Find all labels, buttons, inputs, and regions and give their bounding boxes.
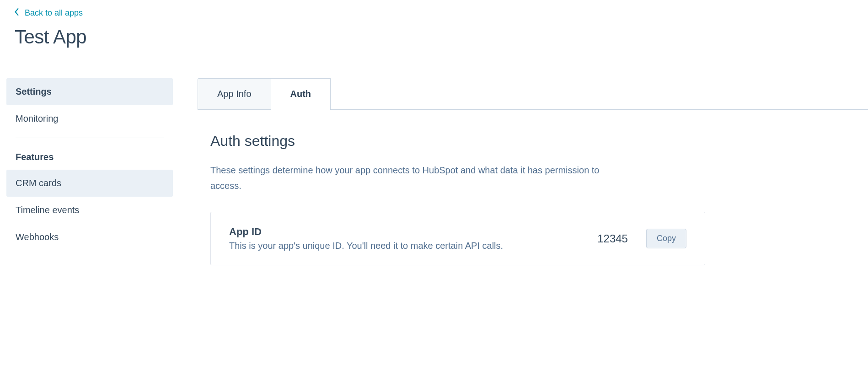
copy-button-label: Copy [657, 234, 676, 243]
back-link-label: Back to all apps [25, 8, 83, 18]
sidebar-item-label: Settings [16, 86, 52, 97]
main-content: App Info Auth Auth settings These settin… [173, 78, 868, 265]
sidebar-item-settings[interactable]: Settings [6, 78, 173, 105]
app-id-card: App ID This is your app's unique ID. You… [210, 212, 705, 265]
card-description: This is your app's unique ID. You'll nee… [229, 241, 579, 251]
chevron-left-icon [15, 8, 19, 18]
back-to-apps-link[interactable]: Back to all apps [15, 8, 83, 18]
app-id-value: 12345 [597, 232, 628, 245]
sidebar-item-label: Monitoring [16, 113, 58, 123]
tab-label: Auth [290, 89, 311, 99]
auth-settings-section: Auth settings These settings determine h… [198, 110, 868, 265]
card-text: App ID This is your app's unique ID. You… [229, 226, 579, 251]
copy-button[interactable]: Copy [646, 229, 686, 248]
tab-app-info[interactable]: App Info [198, 78, 271, 109]
sidebar-item-webhooks[interactable]: Webhooks [6, 224, 173, 251]
tab-auth[interactable]: Auth [271, 78, 331, 109]
section-title: Auth settings [210, 133, 868, 150]
tab-bar: App Info Auth [198, 78, 868, 110]
page-header: Back to all apps Test App [0, 0, 868, 62]
card-title: App ID [229, 226, 579, 238]
sidebar-divider [16, 138, 164, 138]
app-title: Test App [15, 26, 853, 48]
sidebar-item-crm-cards[interactable]: CRM cards [6, 170, 173, 197]
sidebar-item-label: Timeline events [16, 205, 79, 215]
section-description: These settings determine how your app co… [210, 162, 613, 193]
sidebar-nav: Settings Monitoring Features CRM cards T… [0, 78, 173, 265]
tab-label: App Info [217, 89, 252, 99]
sidebar-item-label: CRM cards [16, 178, 61, 188]
sidebar-item-label: Webhooks [16, 232, 59, 242]
sidebar-heading-features: Features [6, 144, 173, 170]
sidebar-item-timeline-events[interactable]: Timeline events [6, 197, 173, 224]
sidebar-item-monitoring[interactable]: Monitoring [6, 105, 173, 132]
